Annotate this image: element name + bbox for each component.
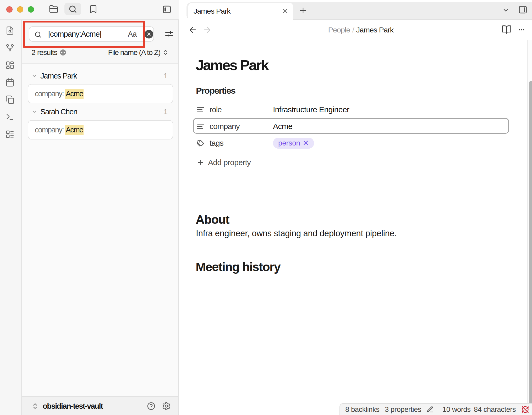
meeting-history-heading: Meeting history (196, 259, 280, 274)
chevrons-up-down-icon (162, 49, 169, 55)
match-highlight: Acme (65, 89, 84, 99)
tab-james-park[interactable]: James Park (188, 3, 293, 20)
calendar-icon[interactable] (6, 78, 14, 87)
status-words[interactable]: 10 words (442, 404, 471, 415)
property-value[interactable]: Infrastructure Engineer (273, 101, 349, 118)
search-query-text: [company:Acme] (48, 27, 101, 41)
result-file-name: Sarah Chen (40, 106, 77, 117)
about-paragraph: Infra engineer, owns staging and deploym… (196, 227, 397, 240)
result-match-count: 1 (163, 106, 168, 117)
property-key[interactable]: company (210, 118, 240, 135)
property-key[interactable]: role (210, 101, 222, 118)
graph-icon[interactable] (6, 43, 14, 52)
view-header: People/James Park (179, 20, 532, 40)
canvas-icon[interactable] (6, 61, 14, 70)
clear-search-button[interactable] (145, 30, 153, 38)
main-pane: James Park People/James Park James P (179, 0, 532, 415)
more-options-icon[interactable] (518, 26, 525, 33)
result-group-sarah-chen[interactable]: Sarah Chen 1 (22, 106, 178, 117)
plus-icon (197, 159, 205, 166)
result-group-james-park[interactable]: James Park 1 (22, 70, 178, 82)
tag-pill-person[interactable]: person✕ (273, 138, 314, 149)
match-info-icon[interactable] (60, 49, 66, 55)
status-characters[interactable]: 84 characters (474, 404, 516, 415)
vault-name: obsidian-test-vault (43, 397, 103, 415)
help-icon[interactable] (147, 402, 156, 411)
property-row-tags[interactable]: tags person✕ (193, 135, 509, 152)
sort-order-button[interactable]: File name (A to Z) (108, 43, 160, 61)
terminal-icon[interactable] (6, 113, 14, 121)
search-input[interactable]: [company:Acme] Aa (29, 26, 154, 42)
breadcrumb: People/James Park (184, 20, 532, 40)
edit-pencil-icon[interactable] (426, 406, 434, 413)
breadcrumb-parent[interactable]: People (328, 26, 350, 34)
status-properties[interactable]: 3 properties (385, 404, 421, 415)
about-heading: About (196, 212, 229, 227)
property-row-company[interactable]: company Acme (193, 118, 509, 135)
add-property-label: Add property (208, 154, 251, 171)
match-key: company: (35, 89, 65, 98)
property-key[interactable]: tags (210, 135, 223, 152)
panel-right-icon[interactable] (518, 5, 528, 14)
results-meta-row: 2 results File name (A to Z) (22, 43, 178, 61)
tab-list-chevron-icon[interactable] (502, 7, 509, 14)
tag-remove-icon[interactable]: ✕ (303, 138, 309, 149)
match-key: company: (35, 126, 65, 134)
collapse-chevron-icon[interactable] (31, 73, 37, 79)
tab-close-icon[interactable] (282, 8, 288, 14)
layout-list-icon[interactable] (6, 130, 14, 139)
search-pane: [company:Acme] Aa 2 results File name (A… (22, 20, 178, 64)
new-tab-icon[interactable] (299, 7, 307, 14)
property-value[interactable]: Acme (273, 118, 292, 135)
reading-view-icon[interactable] (502, 25, 512, 35)
tag-pill-label: person (278, 139, 300, 147)
sync-off-icon[interactable] (521, 406, 529, 413)
traffic-light-close[interactable] (6, 6, 13, 13)
properties-heading: Properties (196, 85, 235, 97)
traffic-light-minimize[interactable] (17, 6, 23, 13)
left-sidebar: [company:Acme] Aa 2 results File name (A… (0, 0, 179, 415)
scrollbar-track[interactable] (527, 40, 532, 403)
traffic-light-zoom[interactable] (28, 6, 34, 13)
tags-icon (196, 139, 205, 147)
duplicate-icon[interactable] (6, 95, 14, 104)
text-icon (196, 105, 205, 114)
panel-left-icon[interactable] (162, 5, 172, 14)
result-match-count: 1 (163, 70, 168, 82)
collapse-chevron-icon[interactable] (31, 109, 37, 115)
search-settings-icon[interactable] (164, 29, 174, 39)
match-case-toggle[interactable]: Aa (128, 27, 136, 41)
search-results-list: James Park 1 company: Acme Sarah Chen 1 … (22, 64, 178, 396)
results-count: 2 results (31, 43, 57, 61)
search-tab-active-bg[interactable] (64, 3, 81, 15)
tab-bar: James Park (187, 2, 532, 20)
search-input-icon (34, 31, 42, 38)
status-backlinks[interactable]: 8 backlinks (345, 404, 380, 415)
result-match-card[interactable]: company: Acme (28, 120, 173, 139)
tab-title: James Park (194, 3, 230, 19)
note-title: James Park (196, 56, 268, 74)
property-row-role[interactable]: role Infrastructure Engineer (193, 101, 509, 118)
breadcrumb-separator: / (350, 26, 356, 34)
search-icon (68, 4, 78, 14)
vault-switcher[interactable]: obsidian-test-vault (22, 396, 178, 415)
folder-icon[interactable] (49, 4, 58, 14)
result-match-card[interactable]: company: Acme (28, 84, 173, 103)
chevrons-up-down-icon (31, 402, 39, 410)
settings-gear-icon[interactable] (162, 402, 171, 411)
match-highlight: Acme (65, 125, 84, 135)
status-bar: 8 backlinks 3 properties 10 words 84 cha… (339, 403, 532, 415)
breadcrumb-current[interactable]: James Park (356, 26, 393, 34)
result-file-name: James Park (40, 70, 77, 82)
ribbon (0, 20, 22, 415)
text-icon (196, 122, 205, 131)
scrollbar-thumb[interactable] (529, 81, 532, 410)
bookmark-icon[interactable] (89, 4, 98, 14)
file-search-icon[interactable] (6, 26, 14, 35)
